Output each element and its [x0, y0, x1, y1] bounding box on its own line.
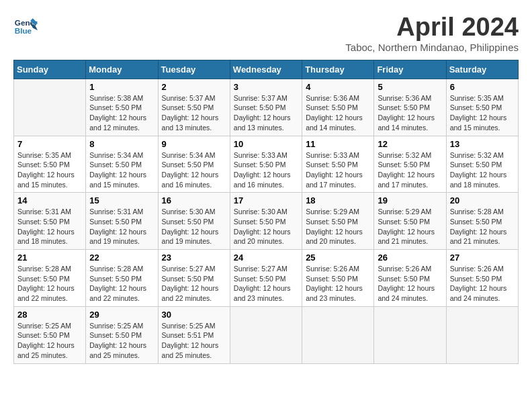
- svg-text:Blue: Blue: [15, 26, 32, 35]
- day-number: 19: [378, 195, 442, 205]
- day-number: 4: [306, 82, 370, 92]
- calendar-day-cell: 18Sunrise: 5:29 AM Sunset: 5:50 PM Dayli…: [302, 193, 374, 250]
- day-number: 17: [234, 195, 298, 205]
- calendar-day-cell: 2Sunrise: 5:37 AM Sunset: 5:50 PM Daylig…: [158, 79, 230, 136]
- day-number: 11: [306, 139, 370, 149]
- weekday-header-cell: Wednesday: [230, 60, 302, 79]
- day-number: 27: [450, 253, 515, 263]
- calendar-day-cell: 22Sunrise: 5:28 AM Sunset: 5:50 PM Dayli…: [86, 250, 158, 307]
- day-info: Sunrise: 5:32 AM Sunset: 5:50 PM Dayligh…: [450, 150, 515, 190]
- weekday-header-cell: Tuesday: [158, 60, 230, 79]
- day-number: 16: [162, 195, 226, 205]
- day-info: Sunrise: 5:35 AM Sunset: 5:50 PM Dayligh…: [450, 93, 515, 133]
- calendar-day-cell: 11Sunrise: 5:33 AM Sunset: 5:50 PM Dayli…: [302, 136, 374, 193]
- title-block: April 2024 Taboc, Northern Mindanao, Phi…: [345, 13, 519, 53]
- day-number: 6: [450, 82, 515, 92]
- weekday-header-row: SundayMondayTuesdayWednesdayThursdayFrid…: [14, 60, 519, 79]
- day-number: 22: [89, 253, 154, 263]
- month-title: April 2024: [345, 13, 519, 42]
- calendar-body: 1Sunrise: 5:38 AM Sunset: 5:50 PM Daylig…: [14, 79, 519, 363]
- day-number: 9: [162, 139, 226, 149]
- day-number: 26: [378, 253, 442, 263]
- calendar-day-cell: 4Sunrise: 5:36 AM Sunset: 5:50 PM Daylig…: [302, 79, 374, 136]
- day-number: 7: [17, 139, 82, 149]
- day-info: Sunrise: 5:26 AM Sunset: 5:50 PM Dayligh…: [306, 264, 370, 304]
- calendar-day-cell: 28Sunrise: 5:25 AM Sunset: 5:50 PM Dayli…: [14, 306, 86, 363]
- day-info: Sunrise: 5:25 AM Sunset: 5:50 PM Dayligh…: [89, 321, 154, 361]
- calendar-day-cell: 20Sunrise: 5:28 AM Sunset: 5:50 PM Dayli…: [446, 193, 518, 250]
- calendar-day-cell: 25Sunrise: 5:26 AM Sunset: 5:50 PM Dayli…: [302, 250, 374, 307]
- location-title: Taboc, Northern Mindanao, Philippines: [345, 42, 519, 53]
- logo-icon: General Blue: [13, 13, 38, 38]
- day-info: Sunrise: 5:26 AM Sunset: 5:50 PM Dayligh…: [450, 264, 515, 304]
- day-number: 10: [234, 139, 298, 149]
- day-number: 25: [306, 253, 370, 263]
- day-number: 8: [89, 139, 154, 149]
- day-number: 29: [89, 310, 154, 320]
- day-number: 24: [234, 253, 298, 263]
- calendar-day-cell: 15Sunrise: 5:31 AM Sunset: 5:50 PM Dayli…: [86, 193, 158, 250]
- day-info: Sunrise: 5:36 AM Sunset: 5:50 PM Dayligh…: [306, 93, 370, 133]
- day-number: 14: [17, 195, 82, 205]
- calendar-day-cell: 9Sunrise: 5:34 AM Sunset: 5:50 PM Daylig…: [158, 136, 230, 193]
- day-number: 15: [89, 195, 154, 205]
- day-info: Sunrise: 5:34 AM Sunset: 5:50 PM Dayligh…: [162, 150, 226, 190]
- day-number: 3: [234, 82, 298, 92]
- calendar-day-cell: [14, 79, 86, 136]
- calendar-week-row: 1Sunrise: 5:38 AM Sunset: 5:50 PM Daylig…: [14, 79, 519, 136]
- day-info: Sunrise: 5:34 AM Sunset: 5:50 PM Dayligh…: [89, 150, 154, 190]
- calendar-day-cell: 21Sunrise: 5:28 AM Sunset: 5:50 PM Dayli…: [14, 250, 86, 307]
- calendar-day-cell: 14Sunrise: 5:31 AM Sunset: 5:50 PM Dayli…: [14, 193, 86, 250]
- day-number: 13: [450, 139, 515, 149]
- day-number: 18: [306, 195, 370, 205]
- day-info: Sunrise: 5:25 AM Sunset: 5:50 PM Dayligh…: [17, 321, 82, 361]
- day-info: Sunrise: 5:31 AM Sunset: 5:50 PM Dayligh…: [17, 207, 82, 246]
- day-number: 2: [162, 82, 226, 92]
- day-info: Sunrise: 5:28 AM Sunset: 5:50 PM Dayligh…: [89, 264, 154, 304]
- calendar-day-cell: 5Sunrise: 5:36 AM Sunset: 5:50 PM Daylig…: [374, 79, 446, 136]
- calendar-table: SundayMondayTuesdayWednesdayThursdayFrid…: [13, 60, 519, 364]
- calendar-day-cell: 7Sunrise: 5:35 AM Sunset: 5:50 PM Daylig…: [14, 136, 86, 193]
- calendar-day-cell: [446, 306, 518, 363]
- calendar-day-cell: 26Sunrise: 5:26 AM Sunset: 5:50 PM Dayli…: [374, 250, 446, 307]
- day-info: Sunrise: 5:37 AM Sunset: 5:50 PM Dayligh…: [234, 93, 298, 133]
- day-info: Sunrise: 5:37 AM Sunset: 5:50 PM Dayligh…: [162, 93, 226, 133]
- calendar-day-cell: 10Sunrise: 5:33 AM Sunset: 5:50 PM Dayli…: [230, 136, 302, 193]
- day-info: Sunrise: 5:35 AM Sunset: 5:50 PM Dayligh…: [17, 150, 82, 190]
- day-info: Sunrise: 5:27 AM Sunset: 5:50 PM Dayligh…: [234, 264, 298, 304]
- calendar-week-row: 7Sunrise: 5:35 AM Sunset: 5:50 PM Daylig…: [14, 136, 519, 193]
- day-number: 20: [450, 195, 515, 205]
- day-info: Sunrise: 5:36 AM Sunset: 5:50 PM Dayligh…: [378, 93, 442, 133]
- calendar-day-cell: 1Sunrise: 5:38 AM Sunset: 5:50 PM Daylig…: [86, 79, 158, 136]
- calendar-day-cell: 12Sunrise: 5:32 AM Sunset: 5:50 PM Dayli…: [374, 136, 446, 193]
- day-info: Sunrise: 5:29 AM Sunset: 5:50 PM Dayligh…: [378, 207, 442, 246]
- calendar-day-cell: 27Sunrise: 5:26 AM Sunset: 5:50 PM Dayli…: [446, 250, 518, 307]
- day-info: Sunrise: 5:28 AM Sunset: 5:50 PM Dayligh…: [450, 207, 515, 246]
- day-info: Sunrise: 5:30 AM Sunset: 5:50 PM Dayligh…: [162, 207, 226, 246]
- calendar-week-row: 28Sunrise: 5:25 AM Sunset: 5:50 PM Dayli…: [14, 306, 519, 363]
- day-info: Sunrise: 5:25 AM Sunset: 5:51 PM Dayligh…: [162, 321, 226, 361]
- day-number: 21: [17, 253, 82, 263]
- calendar-day-cell: [230, 306, 302, 363]
- day-info: Sunrise: 5:38 AM Sunset: 5:50 PM Dayligh…: [89, 93, 154, 133]
- day-info: Sunrise: 5:26 AM Sunset: 5:50 PM Dayligh…: [378, 264, 442, 304]
- calendar-day-cell: 8Sunrise: 5:34 AM Sunset: 5:50 PM Daylig…: [86, 136, 158, 193]
- day-info: Sunrise: 5:29 AM Sunset: 5:50 PM Dayligh…: [306, 207, 370, 246]
- page-header: General Blue April 2024 Taboc, Northern …: [13, 13, 519, 53]
- day-info: Sunrise: 5:32 AM Sunset: 5:50 PM Dayligh…: [378, 150, 442, 190]
- day-number: 30: [162, 310, 226, 320]
- weekday-header-cell: Thursday: [302, 60, 374, 79]
- calendar-week-row: 14Sunrise: 5:31 AM Sunset: 5:50 PM Dayli…: [14, 193, 519, 250]
- weekday-header-cell: Saturday: [446, 60, 518, 79]
- calendar-week-row: 21Sunrise: 5:28 AM Sunset: 5:50 PM Dayli…: [14, 250, 519, 307]
- weekday-header-cell: Monday: [86, 60, 158, 79]
- logo: General Blue: [13, 13, 38, 38]
- calendar-day-cell: 23Sunrise: 5:27 AM Sunset: 5:50 PM Dayli…: [158, 250, 230, 307]
- day-info: Sunrise: 5:30 AM Sunset: 5:50 PM Dayligh…: [234, 207, 298, 246]
- calendar-day-cell: 29Sunrise: 5:25 AM Sunset: 5:50 PM Dayli…: [86, 306, 158, 363]
- day-info: Sunrise: 5:33 AM Sunset: 5:50 PM Dayligh…: [234, 150, 298, 190]
- day-info: Sunrise: 5:33 AM Sunset: 5:50 PM Dayligh…: [306, 150, 370, 190]
- day-number: 23: [162, 253, 226, 263]
- calendar-day-cell: 17Sunrise: 5:30 AM Sunset: 5:50 PM Dayli…: [230, 193, 302, 250]
- day-info: Sunrise: 5:31 AM Sunset: 5:50 PM Dayligh…: [89, 207, 154, 246]
